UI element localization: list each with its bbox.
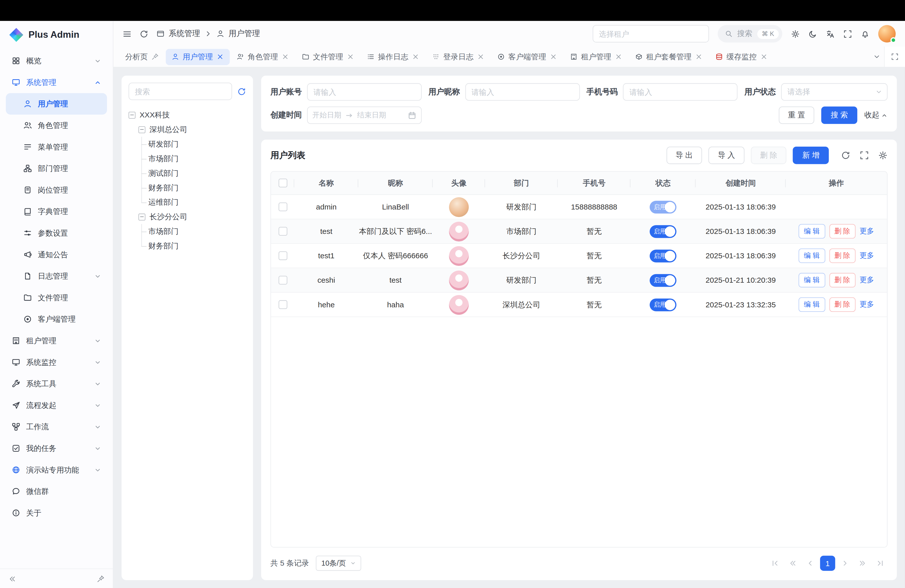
sidebar-item-param-settings[interactable]: 参数设置 (6, 222, 107, 244)
collapse-filters-link[interactable]: 收起 (864, 110, 888, 121)
tree-search-input[interactable] (129, 83, 232, 100)
page-size-select[interactable]: 10条/页 (316, 556, 361, 571)
close-icon[interactable] (760, 53, 768, 60)
tree-node-company[interactable]: XXX科技 (129, 108, 246, 122)
next-page-button[interactable] (838, 556, 853, 571)
status-select[interactable]: 请选择 (781, 83, 888, 100)
row-checkbox[interactable] (278, 202, 287, 211)
sidebar-item-role-management[interactable]: 角色管理 (6, 115, 107, 136)
sidebar-item-my-tasks[interactable]: 我的任务 (6, 438, 107, 459)
account-input[interactable] (307, 83, 422, 100)
fullscreen-icon[interactable] (860, 151, 869, 160)
tab-analysis[interactable]: 分析页 (119, 49, 164, 65)
hamburger-icon[interactable] (123, 29, 132, 38)
row-checkbox[interactable] (278, 300, 287, 309)
more-button[interactable]: 更多 (859, 275, 874, 285)
delete-row-button[interactable]: 删 除 (829, 224, 856, 239)
tab-cache-monitor[interactable]: 缓存监控 (710, 49, 773, 65)
sidebar-item-log-management[interactable]: 日志管理 (6, 265, 107, 287)
status-toggle[interactable]: 启用 (649, 225, 676, 238)
close-icon[interactable] (695, 53, 703, 60)
tenant-select-input[interactable] (592, 25, 709, 42)
pin-icon[interactable] (97, 575, 105, 583)
select-all-checkbox[interactable] (278, 178, 287, 188)
close-icon[interactable] (347, 53, 354, 60)
status-toggle[interactable]: 启用 (649, 298, 676, 311)
sidebar-item-user-management[interactable]: 用户管理 (6, 93, 107, 115)
tree-leaf[interactable]: 市场部门 (129, 224, 246, 239)
tabs-dropdown-button[interactable] (869, 46, 884, 67)
sidebar-item-overview[interactable]: 概览 (6, 50, 107, 72)
tab-role-management[interactable]: 角色管理 (231, 49, 295, 65)
close-icon[interactable] (549, 53, 557, 60)
gear-icon[interactable] (791, 29, 800, 38)
sidebar-item-notice[interactable]: 通知公告 (6, 244, 107, 265)
delete-row-button[interactable]: 删 除 (829, 273, 856, 288)
sidebar-item-post-management[interactable]: 岗位管理 (6, 179, 107, 201)
edit-button[interactable]: 编 辑 (799, 248, 825, 263)
table-row[interactable]: test 本部门及以下 密码6... 市场部门 暂无 启用 2025-01-13… (271, 219, 887, 244)
sidebar-item-file-management[interactable]: 文件管理 (6, 287, 107, 308)
tree-collapse-icon[interactable] (138, 126, 146, 133)
search-button[interactable]: 搜 索 (822, 106, 857, 124)
collapse-sidebar-icon[interactable] (8, 575, 16, 583)
nickname-input[interactable] (465, 83, 580, 100)
row-checkbox[interactable] (278, 251, 287, 260)
sidebar-item-tenant-management[interactable]: 租户管理 (6, 330, 107, 351)
table-row[interactable]: admin LinaBell 研发部门 15888888888 启用 2025-… (271, 195, 887, 219)
gear-icon[interactable] (878, 151, 888, 160)
status-toggle[interactable]: 启用 (649, 249, 676, 262)
pin-icon[interactable] (151, 53, 159, 60)
tree-node-branch[interactable]: 长沙分公司 (129, 210, 246, 224)
first-page-button[interactable] (768, 556, 783, 571)
tab-file-management[interactable]: 文件管理 (296, 49, 360, 65)
close-icon[interactable] (412, 53, 419, 60)
sidebar-item-demo-features[interactable]: 演示站专用功能 (6, 459, 107, 481)
phone-input[interactable] (623, 83, 738, 100)
edit-button[interactable]: 编 辑 (799, 224, 825, 239)
delete-button[interactable]: 删 除 (751, 147, 787, 164)
table-row[interactable]: test1 仅本人 密码666666 长沙分公司 暂无 启用 2025-01-1… (271, 244, 887, 268)
bell-icon[interactable] (861, 29, 870, 38)
prev-group-button[interactable] (785, 556, 800, 571)
edit-button[interactable]: 编 辑 (799, 297, 825, 312)
tree-leaf[interactable]: 财务部门 (129, 239, 246, 253)
global-search[interactable]: 搜索 ⌘ K (718, 25, 782, 42)
table-row[interactable]: ceshi test 研发部门 暂无 启用 2025-01-21 10:20:3… (271, 269, 887, 293)
tree-leaf[interactable]: 市场部门 (129, 151, 246, 166)
tab-login-log[interactable]: 登录日志 (426, 49, 490, 65)
close-icon[interactable] (281, 53, 289, 60)
sidebar-item-client-management[interactable]: 客户端管理 (6, 308, 107, 330)
last-page-button[interactable] (872, 556, 888, 571)
breadcrumb-root[interactable]: 系统管理 (169, 29, 200, 39)
prev-page-button[interactable] (803, 556, 818, 571)
close-icon[interactable] (614, 53, 622, 60)
refresh-icon[interactable] (140, 29, 148, 38)
tree-refresh-icon[interactable] (237, 87, 246, 96)
translate-icon[interactable] (826, 29, 835, 38)
tab-user-management[interactable]: 用户管理 (166, 49, 230, 65)
moon-icon[interactable] (808, 29, 817, 38)
sidebar-item-system-monitor[interactable]: 系统监控 (6, 351, 107, 373)
sidebar-item-workflow[interactable]: 工作流 (6, 416, 107, 438)
sidebar-item-system-management[interactable]: 系统管理 (6, 72, 107, 93)
created-date-range[interactable]: 开始日期 结束日期 (307, 106, 422, 124)
status-toggle[interactable]: 启用 (649, 200, 676, 213)
table-row[interactable]: hehe haha 深圳总公司 暂无 启用 2025-01-23 13:32:3… (271, 293, 887, 317)
tree-leaf[interactable]: 研发部门 (129, 137, 246, 151)
tab-client-management[interactable]: 客户端管理 (491, 49, 563, 65)
export-button[interactable]: 导 出 (666, 147, 702, 164)
sidebar-item-process-initiation[interactable]: 流程发起 (6, 394, 107, 416)
sidebar-item-dict-management[interactable]: 字典管理 (6, 201, 107, 222)
user-avatar[interactable] (878, 25, 896, 42)
delete-row-button[interactable]: 删 除 (829, 297, 856, 312)
tab-tenant-management[interactable]: 租户管理 (564, 49, 628, 65)
more-button[interactable]: 更多 (859, 251, 874, 261)
close-icon[interactable] (216, 53, 224, 60)
edit-button[interactable]: 编 辑 (799, 273, 825, 288)
sidebar-item-about[interactable]: 关于 (6, 502, 107, 524)
next-group-button[interactable] (855, 556, 870, 571)
add-button[interactable]: 新 增 (793, 147, 829, 164)
tab-operation-log[interactable]: 操作日志 (361, 49, 425, 65)
tree-leaf[interactable]: 测试部门 (129, 166, 246, 180)
